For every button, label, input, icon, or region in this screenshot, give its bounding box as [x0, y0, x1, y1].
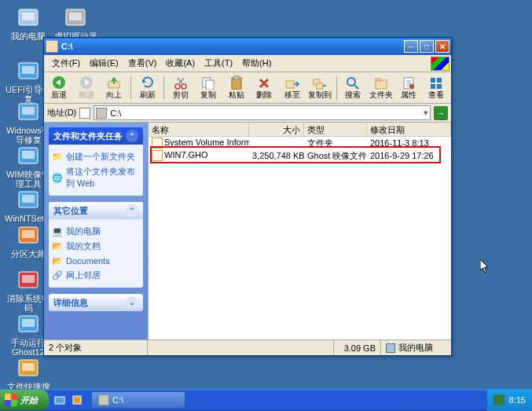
quick-launch-icon[interactable]: [69, 392, 85, 408]
close-button[interactable]: ✕: [435, 40, 449, 53]
quick-launch: [49, 392, 88, 408]
go-button[interactable]: →: [434, 106, 448, 120]
show-desktop-icon[interactable]: [52, 392, 68, 408]
task-link[interactable]: 🌐将这个文件夹发布到 Web: [52, 164, 140, 191]
window-title: C:\: [61, 42, 73, 51]
windows-flag-icon: [5, 394, 17, 406]
newfolder-icon: 📁: [52, 152, 63, 163]
menu-item[interactable]: 查看(V): [123, 56, 162, 71]
toolbar-refresh-button[interactable]: 刷新: [134, 74, 160, 102]
tasks-panel-header[interactable]: 文件和文件夹任务 ⌃: [49, 127, 143, 145]
file-list[interactable]: System Volume Information文件夹2016-11-3 8:…: [149, 137, 451, 339]
drive-small-icon: [96, 108, 107, 119]
toolbar-folders-button[interactable]: 文件夹: [368, 74, 394, 102]
taskbar-button-explorer[interactable]: C:\: [91, 391, 185, 409]
menu-item[interactable]: 工具(T): [200, 56, 237, 71]
app-icon: [16, 143, 41, 168]
svg-rect-1: [22, 13, 35, 20]
svg-rect-38: [437, 78, 442, 83]
file-icon: [152, 150, 163, 161]
menu-item[interactable]: 文件(F): [47, 56, 85, 71]
svg-rect-31: [317, 83, 323, 89]
chevron-up-icon: ⌃: [126, 130, 138, 142]
task-link[interactable]: 📁创建一个新文件夹: [52, 149, 140, 164]
app-icon: [16, 355, 41, 380]
titlebar[interactable]: C:\ ─ □ ✕: [44, 38, 451, 55]
folder-icon: [152, 138, 163, 149]
svg-rect-42: [73, 396, 81, 404]
places-panel-header[interactable]: 其它位置 ⌃: [49, 202, 143, 219]
svg-rect-15: [22, 275, 35, 283]
svg-rect-33: [376, 80, 387, 89]
header-type[interactable]: 类型: [304, 123, 367, 136]
toolbar-search-button[interactable]: 搜索: [340, 74, 366, 102]
places-panel: 其它位置 ⌃ 💻我的电脑📂我的文档📂Documents🔗网上邻居: [49, 202, 143, 288]
toolbar-up-button[interactable]: 向上: [101, 74, 127, 102]
place-link[interactable]: 📂Documents: [52, 254, 140, 268]
clock[interactable]: 8:15: [509, 395, 526, 405]
toolbar-moveto-button[interactable]: 移至: [279, 74, 305, 102]
header-size[interactable]: 大小: [249, 123, 304, 136]
svg-point-32: [347, 78, 355, 86]
fwd-icon: [79, 75, 94, 90]
svg-rect-13: [22, 230, 35, 238]
address-input[interactable]: C:\ ▾: [94, 105, 431, 120]
maximize-button[interactable]: □: [420, 40, 434, 53]
cursor-icon: [480, 259, 491, 275]
taskbar: 开始 C:\ 8:15: [0, 389, 532, 411]
address-checkbox[interactable]: [79, 108, 90, 119]
place-link[interactable]: 💻我的电脑: [52, 224, 140, 239]
header-modified[interactable]: 修改日期: [367, 123, 451, 136]
header-name[interactable]: 名称: [149, 123, 249, 136]
toolbar-back-button[interactable]: 后退: [46, 74, 72, 102]
svg-rect-3: [69, 13, 82, 20]
toolbar-views-button[interactable]: 查看: [424, 74, 449, 102]
place-link[interactable]: 🔗网上邻居: [52, 268, 140, 283]
paste-icon: [229, 75, 244, 90]
menu-item[interactable]: 帮助(H): [237, 56, 276, 71]
svg-rect-9: [22, 151, 35, 159]
chevron-up-icon: ⌃: [126, 204, 138, 217]
moveto-icon: [284, 75, 300, 90]
app-icon: [16, 222, 41, 248]
svg-rect-34: [376, 79, 380, 81]
tray-icon[interactable]: [493, 394, 504, 405]
up-icon: [106, 75, 122, 90]
desktop-icon-虚拟驱动器[interactable]: 虚拟驱动器: [52, 5, 99, 41]
windows-logo-icon: [431, 57, 449, 71]
svg-rect-41: [55, 397, 64, 404]
file-pane: 名称 大小 类型 修改日期 System Volume Information文…: [148, 123, 451, 339]
svg-point-23: [175, 84, 180, 89]
start-button[interactable]: 开始: [0, 390, 49, 410]
svg-point-36: [409, 84, 414, 89]
file-row[interactable]: WIN7.GHO3,250,748 KBGhost 映像文件2016-9-29 …: [149, 149, 451, 162]
toolbar-cut-button[interactable]: 剪切: [167, 74, 193, 102]
desktop-icon-我的电脑[interactable]: 我的电脑: [5, 5, 52, 41]
search-icon: [345, 75, 361, 90]
toolbar-copyto-button[interactable]: 复制到: [306, 74, 332, 102]
statusbar: 2 个对象 3.09 GB 我的电脑: [44, 339, 451, 355]
svg-point-24: [182, 84, 186, 89]
toolbar-props-button[interactable]: 属性: [395, 74, 421, 102]
place-link[interactable]: 📂我的文档: [52, 239, 140, 254]
toolbar-del-button[interactable]: 删除: [251, 74, 277, 102]
toolbar-paste-button[interactable]: 粘贴: [223, 74, 249, 102]
details-panel-header[interactable]: 详细信息 ⌄: [49, 294, 143, 311]
system-tray[interactable]: 8:15: [487, 389, 532, 411]
views-icon: [428, 75, 444, 90]
app-icon: [16, 267, 41, 292]
menu-item[interactable]: 编辑(E): [85, 56, 123, 71]
toolbar-copy-button[interactable]: 复制: [196, 74, 222, 102]
file-row[interactable]: System Volume Information文件夹2016-11-3 8:…: [149, 137, 451, 149]
svg-rect-26: [206, 80, 214, 90]
column-headers: 名称 大小 类型 修改日期: [149, 123, 451, 137]
svg-rect-28: [234, 76, 239, 79]
tasks-panel: 文件和文件夹任务 ⌃ 📁创建一个新文件夹🌐将这个文件夹发布到 Web: [49, 127, 143, 196]
cut-icon: [173, 75, 189, 90]
details-panel: 详细信息 ⌄: [49, 294, 143, 311]
menu-item[interactable]: 收藏(A): [161, 56, 200, 71]
mydocs-icon: 📂: [52, 241, 63, 252]
minimize-button[interactable]: ─: [404, 40, 418, 53]
svg-rect-43: [493, 394, 504, 405]
svg-rect-19: [22, 363, 35, 371]
